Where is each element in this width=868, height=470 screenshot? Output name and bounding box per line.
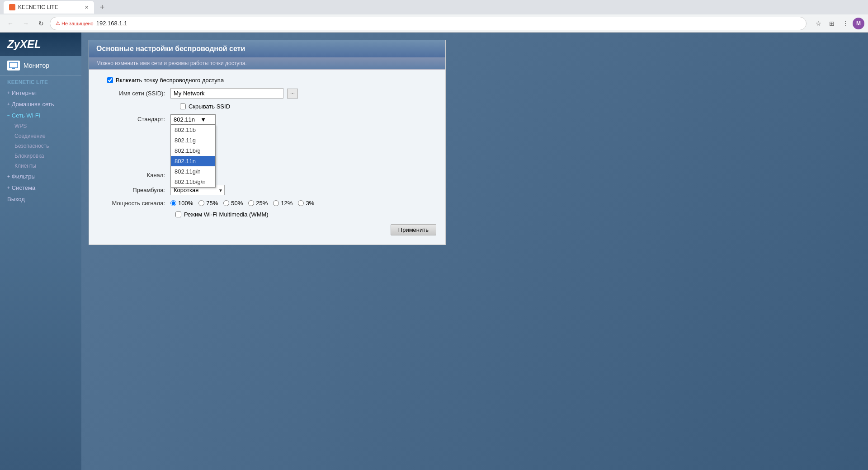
sidebar-item-internet[interactable]: + Интернет [0,87,81,99]
ssid-picker-button[interactable]: ⋯ [287,89,298,99]
dropdown-arrow-icon: ▼ [200,116,206,123]
sidebar-subitem-connection[interactable]: Соединение [5,131,81,141]
expand-icon-wifi: − [7,113,10,118]
standard-dropdown[interactable]: 802.11n ▼ 802.11b 802.11g 802.11b/g 802.… [170,114,216,125]
channel-row: Канал: Авто ▼ [98,170,436,180]
panel-subtitle: Можно изменить имя сети и режимы работы … [96,60,247,66]
sidebar-subitem-clients[interactable]: Клиенты [5,161,81,171]
hide-ssid-checkbox[interactable] [180,103,186,109]
address-text: 192.168.1.1 [96,20,801,27]
wmm-checkbox[interactable] [175,212,181,217]
address-bar[interactable]: ⚠ Не защищено 192.168.1.1 [50,17,807,30]
monitor-icon [7,61,20,70]
browser-chrome: KEENETIC LITE ✕ + ← → ↻ ⚠ Не защищено 19… [0,0,868,33]
channel-label: Канал: [98,172,170,179]
signal-25-option: 25% [248,200,268,207]
signal-3-radio[interactable] [298,200,304,206]
brand-name: KEENETIC LITE [0,75,81,87]
signal-25-radio[interactable] [248,200,254,206]
panel-body: Включить точку беспроводного доступа Имя… [89,70,445,244]
standard-dropdown-list: 802.11b 802.11g 802.11b/g 802.11n 802.11… [170,125,216,188]
signal-100-option: 100% [170,200,193,207]
forward-button[interactable]: → [19,17,33,30]
back-button[interactable]: ← [4,17,17,30]
standard-dropdown-display[interactable]: 802.11n ▼ [170,114,216,125]
sidebar-item-home-network[interactable]: + Домашняя сеть [0,99,81,110]
ssid-row: Имя сети (SSID): ⋯ [98,88,436,99]
expand-icon-filters: + [7,174,10,179]
apply-button[interactable]: Применить [391,224,436,235]
expand-icon-system: + [7,185,10,190]
signal-75-radio[interactable] [198,200,204,206]
signal-label: Мощность сигнала: [98,200,170,207]
bookmark-icon[interactable]: ☆ [812,17,825,30]
sidebar-monitor: Монитор [0,56,81,75]
enable-ap-row: Включить точку беспроводного доступа [98,77,436,84]
sidebar-item-filters[interactable]: + Фильтры [0,171,81,182]
preamble-label: Преамбула: [98,187,170,193]
nav-label-wifi: Сеть Wi-Fi [12,112,40,119]
panel-header: Основные настройки беспроводной сети [89,40,445,57]
standard-row: Стандарт: 802.11n ▼ 802.11b 802.11g 802.… [98,114,436,125]
profile-button[interactable]: M [853,18,864,29]
dropdown-option-802-11gn[interactable]: 802.11g/n [171,166,215,177]
hide-ssid-row: Скрывать SSID [98,103,436,110]
enable-ap-label: Включить точку беспроводного доступа [116,77,224,84]
main-content: Основные настройки беспроводной сети Мож… [81,33,868,470]
dropdown-option-802-11g[interactable]: 802.11g [171,135,215,146]
nav-label-filters: Фильтры [12,173,36,180]
wmm-row: Режим Wi-Fi Multimedia (WMM) [98,211,436,218]
standard-label: Стандарт: [98,114,170,122]
signal-12-radio[interactable] [273,200,279,206]
sidebar-subitem-security[interactable]: Безопасность [5,141,81,151]
panel-title: Основные настройки беспроводной сети [96,45,245,52]
browser-toolbar: ← → ↻ ⚠ Не защищено 192.168.1.1 ☆ ⊞ ⋮ M [0,14,868,33]
enable-ap-checkbox[interactable] [107,77,113,83]
reload-button[interactable]: ↻ [34,17,48,30]
sidebar-subitem-wps[interactable]: WPS [5,121,81,131]
sidebar-item-wifi[interactable]: − Сеть Wi-Fi [0,110,81,121]
signal-100-radio[interactable] [170,200,176,206]
signal-50-radio[interactable] [223,200,229,206]
ssid-control: ⋯ [170,88,298,99]
browser-titlebar: KEENETIC LITE ✕ + [0,0,868,14]
settings-panel: Основные настройки беспроводной сети Мож… [89,40,446,245]
dropdown-option-802-11n[interactable]: 802.11n [171,156,215,166]
expand-icon-home: + [7,102,10,107]
wmm-label: Режим Wi-Fi Multimedia (WMM) [184,211,269,218]
monitor-label: Монитор [24,62,49,69]
sidebar: ZyXEL Монитор KEENETIC LITE + Интернет +… [0,33,81,470]
browser-tab[interactable]: KEENETIC LITE ✕ [4,1,94,14]
signal-75-option: 75% [198,200,218,207]
page-layout: ZyXEL Монитор KEENETIC LITE + Интернет +… [0,33,868,470]
nav-label-internet: Интернет [12,89,38,96]
expand-icon: + [7,90,10,95]
tab-title: KEENETIC LITE [18,4,58,10]
tab-close-btn[interactable]: ✕ [85,5,89,10]
menu-icon[interactable]: ⋮ [839,17,852,30]
dropdown-option-802-11bg[interactable]: 802.11b/g [171,146,215,156]
nav-label-system: Система [12,184,35,191]
toolbar-icons: ☆ ⊞ ⋮ M [812,17,864,30]
signal-row: Мощность сигнала: 100% 75% 50% 25% [98,200,436,207]
ssid-input[interactable] [170,88,283,99]
sidebar-subitem-blocking[interactable]: Блокировка [5,151,81,161]
tab-favicon [9,4,15,10]
dropdown-option-802-11b[interactable]: 802.11b [171,125,215,135]
preamble-row: Преамбула: Короткая Длинная ▼ [98,185,436,195]
standard-selected-value: 802.11n [174,116,195,123]
sidebar-item-system[interactable]: + Система [0,182,81,193]
signal-50-option: 50% [223,200,243,207]
security-warning: ⚠ Не защищено [56,20,94,26]
svg-rect-0 [9,62,18,68]
dropdown-option-802-11bgn[interactable]: 802.11b/g/n [171,177,215,187]
panel-subheader: Можно изменить имя сети и режимы работы … [89,57,445,70]
nav-label-home: Домашняя сеть [12,101,54,108]
hide-ssid-label: Скрывать SSID [189,103,230,110]
extensions-icon[interactable]: ⊞ [826,17,838,30]
sidebar-logo: ZyXEL [0,33,81,56]
wifi-subnav: WPS Соединение Безопасность Блокировка К… [5,121,81,171]
new-tab-button[interactable]: + [96,1,108,14]
sidebar-item-logout[interactable]: Выход [0,193,81,205]
ssid-label: Имя сети (SSID): [98,90,170,97]
